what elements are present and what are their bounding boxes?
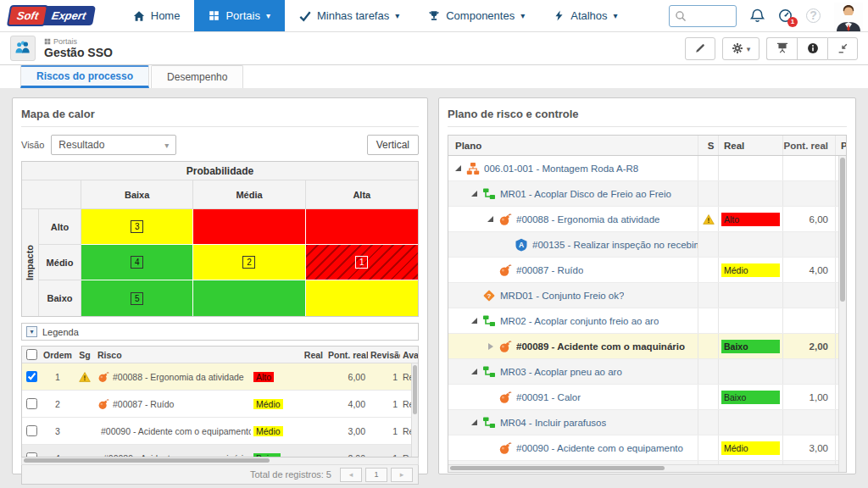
nav-label: Minhas tarefas — [317, 9, 389, 22]
expander-icon[interactable] — [486, 214, 497, 225]
probability-header: Probabilidade — [22, 162, 418, 180]
notifications-bell-button[interactable] — [750, 8, 765, 23]
row-checkbox[interactable] — [26, 425, 37, 436]
warning-icon — [79, 371, 91, 383]
nav-item-home[interactable]: Home — [119, 0, 195, 31]
nav-item-minhas-tarefas[interactable]: Minhas tarefas — [285, 0, 414, 31]
row-header-alto: Alto — [39, 209, 81, 245]
revisao-cell: 1 — [368, 426, 400, 436]
portal-icon-button[interactable] — [10, 36, 36, 61]
tab-desempenho[interactable]: Desempenho — [151, 65, 243, 88]
presentation-button[interactable] — [766, 37, 797, 60]
collapse-button[interactable] — [827, 37, 858, 60]
heatmap-cell-medio-baixa[interactable]: 4 — [81, 245, 193, 280]
tree-row[interactable]: MR03 - Acoplar pneu ao aro — [448, 359, 846, 385]
plan-tree-table: Plano S Real Pont. real Pr 006.01-001 - … — [448, 135, 847, 473]
horizontal-scrollbar[interactable] — [21, 458, 419, 465]
panel-title: Plano de risco e controle — [448, 105, 847, 127]
info-button[interactable] — [797, 37, 827, 60]
vertical-scrollbar[interactable] — [838, 156, 846, 472]
pager-page-button[interactable]: 1 — [365, 468, 387, 482]
col-header-s: S — [698, 136, 719, 155]
legend-label: Legenda — [42, 327, 79, 337]
nav-item-atalhos[interactable]: Atalhos — [539, 0, 632, 31]
tree-row[interactable]: MR02 - Acoplar conjunto freio ao aro — [448, 308, 846, 334]
tree-row-selected[interactable]: #00089 - Acidente com o maquinário Baixo… — [448, 334, 846, 359]
legend-toggle-bar[interactable]: Legenda — [21, 323, 419, 341]
view-select-value: Resultado — [58, 139, 104, 151]
tree-row[interactable]: MR04 - Incluir parafusos — [448, 410, 846, 435]
risk-label: #00090 - Acidente com o equipamento — [101, 426, 251, 436]
grid-icon — [209, 10, 220, 21]
vertical-button[interactable]: Vertical — [367, 135, 419, 155]
heatmap-cell-medio-media[interactable]: 2 — [193, 245, 305, 280]
tree-row[interactable]: 006.01-001 - Montagem Roda A-R8 — [448, 156, 846, 181]
col-header-plano: Plano — [448, 136, 698, 155]
scrollbar-thumb[interactable] — [24, 458, 270, 463]
tree-label: MR01 - Acoplar Disco de Freio ao Freio — [500, 189, 671, 199]
tree-label: MR03 - Acoplar pneu ao aro — [500, 367, 622, 377]
table-row[interactable]: 2 #00087 - Ruído Médio 4,00 1 Rev 0 (0 — [22, 391, 418, 418]
tree-row[interactable]: #00091 - Calor Baixo 1,00 — [448, 385, 846, 410]
expander-icon[interactable] — [486, 341, 497, 352]
view-button-group — [766, 37, 858, 60]
tree-row[interactable]: #00088 - Ergonomia da atividade Alto 6,0… — [448, 207, 846, 232]
warning-icon — [703, 214, 715, 225]
select-all-checkbox[interactable] — [26, 349, 37, 360]
col-header-pont-real: Pont. real — [326, 350, 368, 360]
heatmap-cell-baixo-alta[interactable] — [306, 280, 418, 316]
tree-row[interactable]: MR01 - Acoplar Disco de Freio ao Freio — [448, 181, 846, 207]
settings-button[interactable] — [722, 37, 760, 60]
tree-row[interactable]: MRD01 - Conjunto Freio ok? — [448, 283, 846, 308]
edit-button[interactable] — [685, 37, 715, 60]
scrollbar-thumb[interactable] — [413, 365, 417, 414]
tree-label: MR02 - Acoplar conjunto freio ao aro — [500, 316, 659, 326]
scrollbar-thumb[interactable] — [840, 158, 845, 302]
heatmap-cell-alto-baixa[interactable]: 3 — [81, 209, 193, 245]
search-input[interactable] — [687, 11, 731, 21]
heatmap-cell-alto-media[interactable] — [193, 209, 305, 245]
pager-prev-button[interactable]: ◂ — [340, 468, 362, 482]
expander-icon[interactable] — [470, 367, 481, 377]
horizontal-scrollbar[interactable] — [448, 464, 838, 472]
user-avatar[interactable] — [834, 3, 863, 31]
expander-icon[interactable] — [470, 418, 481, 428]
page-title: Gestão SSO — [44, 46, 113, 59]
heatmap-cell-baixo-baixa[interactable]: 5 — [81, 280, 193, 316]
heatmap-cell-baixo-media[interactable] — [193, 280, 305, 316]
nav-item-componentes[interactable]: Componentes — [414, 0, 539, 31]
expander-icon[interactable] — [470, 189, 481, 199]
total-records-label: Total de registros: 5 — [250, 469, 331, 480]
heatmap-cell-alto-alta[interactable] — [306, 209, 418, 245]
pont-real-cell: 4,00 — [326, 399, 368, 409]
cell-count-badge: 4 — [131, 256, 143, 269]
panel-title: Mapa de calor — [21, 105, 419, 127]
cell-count-badge: 5 — [131, 292, 143, 305]
table-row[interactable]: 3 #00090 - Acidente com o equipamento Mé… — [22, 418, 418, 445]
heatmap-cell-medio-alta-selected[interactable]: 1 — [306, 245, 418, 280]
tree-row[interactable]: #00087 - Ruído Médio 4,00 — [448, 258, 846, 283]
tree-row[interactable]: #00090 - Acidente com o equipamento Médi… — [448, 435, 846, 461]
tree-label: #00091 - Calor — [516, 392, 581, 402]
view-select[interactable]: Resultado — [51, 135, 176, 155]
pager-next-button[interactable]: ▸ — [391, 468, 413, 482]
tab-label: Desempenho — [167, 71, 227, 83]
pending-tasks-gauge-button[interactable]: 1 — [778, 8, 793, 23]
tree-row[interactable]: #00135 - Realizar inspeção no recebiment… — [448, 232, 846, 258]
search-box[interactable] — [669, 5, 737, 27]
row-checkbox[interactable] — [26, 398, 37, 409]
bomb-icon — [498, 391, 512, 404]
vertical-scrollbar[interactable] — [411, 363, 418, 457]
tab-riscos-do-processo[interactable]: Riscos do processo — [20, 65, 149, 88]
nav-item-portais[interactable]: Portais — [194, 0, 285, 31]
scrollbar-thumb[interactable] — [450, 466, 665, 470]
row-checkbox[interactable] — [26, 371, 37, 382]
trophy-icon — [428, 10, 440, 22]
table-row[interactable]: 4 #00089 - Acidente com o maquinário Bai… — [22, 445, 418, 458]
nav-right-cluster: 1 ? — [669, 0, 868, 31]
expander-icon[interactable] — [470, 316, 481, 326]
expander-icon[interactable] — [453, 164, 465, 174]
table-row[interactable]: 1 #00088 - Ergonomia da atividade Alto 6… — [22, 363, 418, 391]
decision-icon — [482, 289, 496, 302]
help-button[interactable]: ? — [806, 8, 821, 23]
